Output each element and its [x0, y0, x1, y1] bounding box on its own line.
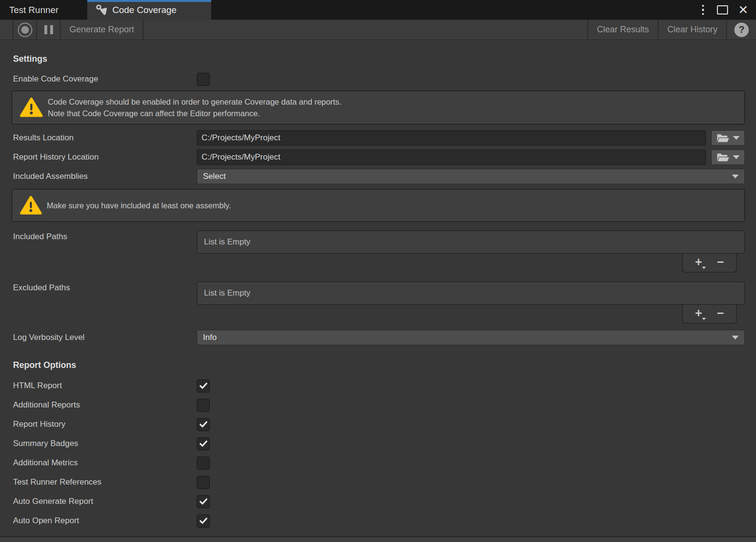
- option-row-additional-metrics: Additional Metrics: [13, 456, 745, 470]
- folder-icon: [716, 133, 729, 143]
- check-icon: [199, 497, 208, 506]
- remove-excluded-path-button[interactable]: −: [717, 307, 724, 321]
- minus-icon: −: [717, 255, 724, 269]
- report-history-location-browse-button[interactable]: [711, 149, 745, 165]
- add-caret-icon: [702, 267, 706, 269]
- excluded-paths-section: Excluded Paths List is Empty + −: [13, 282, 745, 324]
- tab-code-coverage[interactable]: Code Coverage: [87, 0, 211, 20]
- option-label: Additional Metrics: [13, 458, 197, 468]
- option-row-summary-badges: Summary Badges: [13, 437, 745, 450]
- enable-code-coverage-row: Enable Code Coverage: [13, 72, 745, 86]
- test-runner-references-checkbox[interactable]: [197, 476, 210, 489]
- record-icon: [18, 23, 32, 37]
- option-label: Additional Reports: [13, 400, 197, 410]
- window-bottom-edge: [0, 536, 756, 542]
- check-icon: [199, 420, 208, 429]
- toolbar-spacer: [144, 20, 587, 40]
- results-location-value: C:/Projects/MyProject: [202, 133, 280, 143]
- assemblies-warning-box: Make sure you have included at least one…: [12, 189, 745, 222]
- included-assemblies-row: Included Assemblies Select: [13, 169, 745, 184]
- included-paths-footer-row: + −: [197, 254, 745, 272]
- results-location-label: Results Location: [13, 133, 197, 143]
- warning-icon: [20, 97, 43, 118]
- record-button[interactable]: [13, 20, 36, 40]
- close-icon[interactable]: ✕: [738, 4, 748, 16]
- included-assemblies-label: Included Assemblies: [13, 172, 197, 181]
- included-paths-footer: + −: [682, 254, 737, 272]
- folder-icon: [716, 152, 729, 163]
- clear-history-label: Clear History: [667, 25, 717, 35]
- add-excluded-path-button[interactable]: +: [695, 307, 702, 321]
- option-label: Summary Badges: [13, 439, 197, 448]
- included-paths-list: List is Empty + −: [197, 230, 745, 272]
- additional-metrics-checkbox[interactable]: [197, 457, 210, 470]
- window-controls: ✕: [699, 0, 756, 20]
- report-options-header: Report Options: [13, 360, 745, 373]
- generate-report-button[interactable]: Generate Report: [60, 20, 144, 40]
- report-history-checkbox[interactable]: [197, 418, 210, 431]
- plus-icon: +: [695, 306, 702, 320]
- excluded-paths-label: Excluded Paths: [13, 282, 197, 324]
- report-history-location-label: Report History Location: [13, 152, 197, 162]
- log-verbosity-value: Info: [203, 333, 216, 342]
- excluded-paths-list: List is Empty + −: [197, 282, 745, 324]
- minus-icon: −: [717, 306, 724, 320]
- report-history-location-value: C:/Projects/MyProject: [202, 152, 280, 162]
- included-paths-empty-text: List is Empty: [204, 237, 250, 247]
- toolbar: Generate Report Clear Results Clear Hist…: [0, 20, 756, 40]
- code-coverage-icon: [95, 4, 108, 16]
- included-assemblies-dropdown[interactable]: Select: [197, 169, 745, 184]
- plus-icon: +: [695, 255, 702, 269]
- log-verbosity-label: Log Verbosity Level: [13, 333, 197, 342]
- excluded-paths-footer-row: + −: [197, 305, 745, 324]
- remove-included-path-button[interactable]: −: [717, 256, 724, 270]
- clear-history-button[interactable]: Clear History: [658, 20, 726, 40]
- assemblies-warning-text: Make sure you have included at least one…: [47, 200, 231, 211]
- option-label: Auto Open Report: [13, 516, 197, 526]
- option-label: Test Runner References: [13, 477, 197, 487]
- included-paths-section: Included Paths List is Empty + −: [13, 230, 745, 272]
- option-label: Auto Generate Report: [13, 497, 197, 506]
- included-paths-listbox[interactable]: List is Empty: [197, 230, 745, 254]
- maximize-icon[interactable]: [717, 5, 728, 14]
- settings-panel: Settings Enable Code Coverage Code Cover…: [0, 54, 756, 528]
- clear-results-label: Clear Results: [597, 25, 649, 35]
- settings-header: Settings: [13, 54, 745, 67]
- included-paths-label: Included Paths: [13, 230, 197, 272]
- html-report-checkbox[interactable]: [197, 379, 210, 393]
- option-label: Report History: [13, 420, 197, 429]
- results-location-row: Results Location C:/Projects/MyProject: [13, 130, 745, 146]
- kebab-menu-icon[interactable]: [699, 3, 707, 17]
- option-row-report-history: Report History: [13, 418, 745, 431]
- pause-button[interactable]: [36, 20, 60, 40]
- auto-generate-report-checkbox[interactable]: [197, 495, 210, 508]
- results-location-browse-button[interactable]: [711, 130, 745, 146]
- option-label: HTML Report: [13, 381, 197, 391]
- enable-warning-line1: Code Coverage should be enabled in order…: [48, 96, 341, 108]
- option-row-additional-reports: Additional Reports: [13, 398, 745, 412]
- excluded-paths-footer: + −: [682, 305, 737, 324]
- help-button[interactable]: ?: [726, 20, 756, 40]
- check-icon: [199, 439, 208, 448]
- folder-dropdown-caret-icon: [733, 136, 740, 140]
- tab-test-runner[interactable]: Test Runner: [0, 0, 87, 20]
- generate-report-label: Generate Report: [69, 25, 134, 35]
- results-location-input[interactable]: C:/Projects/MyProject: [197, 130, 706, 146]
- help-icon: ?: [734, 23, 749, 37]
- summary-badges-checkbox[interactable]: [197, 437, 210, 450]
- tab-code-coverage-label: Code Coverage: [112, 5, 176, 15]
- log-verbosity-dropdown[interactable]: Info: [197, 330, 745, 345]
- excluded-paths-listbox[interactable]: List is Empty: [197, 282, 745, 305]
- additional-reports-checkbox[interactable]: [197, 399, 210, 412]
- toolbar-lead-spacer: [0, 20, 13, 40]
- warning-icon: [20, 195, 42, 216]
- enable-code-coverage-checkbox[interactable]: [197, 73, 210, 86]
- add-included-path-button[interactable]: +: [695, 256, 702, 270]
- auto-open-report-checkbox[interactable]: [197, 515, 210, 528]
- report-history-location-input[interactable]: C:/Projects/MyProject: [197, 149, 706, 165]
- included-assemblies-value: Select: [203, 172, 226, 181]
- tab-bar: Test Runner Code Coverage ✕: [0, 0, 756, 20]
- excluded-paths-empty-text: List is Empty: [204, 288, 250, 298]
- clear-results-button[interactable]: Clear Results: [587, 20, 658, 40]
- tab-test-runner-label: Test Runner: [9, 5, 58, 15]
